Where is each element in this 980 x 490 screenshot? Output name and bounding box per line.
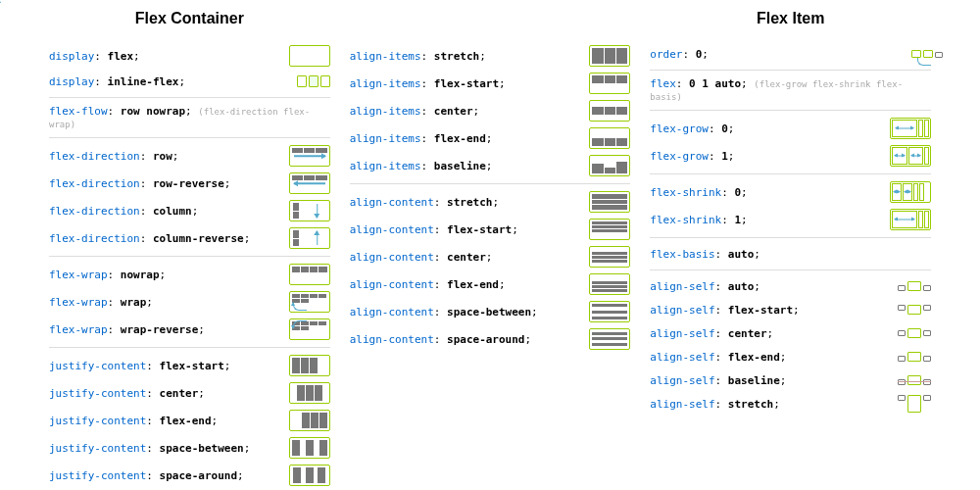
property-row: align-content: space-around; [350,325,631,353]
property-value: baseline [434,160,486,172]
property-name: flex [650,77,676,90]
property-row: justify-content: flex-end; [49,407,330,434]
property-row: flex-direction: row; [49,142,330,170]
grow0-icon [890,118,931,139]
property-value: 0 1 auto [689,77,741,90]
property-value: row [153,150,172,163]
property-value: space-around [160,469,237,482]
jaround-icon [289,465,330,486]
aiend-icon [589,127,630,149]
property-row: flex-direction: column-reverse; [49,224,330,252]
jbetween-icon [289,437,330,459]
acaro-icon [589,328,630,350]
property-name: align-content [350,278,434,291]
property-value: flex [108,50,134,63]
property-name: order [650,48,682,61]
heading-item: Flex Item [650,10,931,27]
property-row: display: flex; [49,42,330,70]
property-name: flex-wrap [49,296,108,309]
order-icon [911,50,931,58]
heading-container: Flex Container [49,10,330,27]
property-value: auto [728,280,755,293]
property-value: 0 [734,186,741,199]
property-value: center [728,327,767,340]
property-row: display: inline-flex; [49,70,330,93]
acend-icon [589,273,630,295]
property-row: flex-wrap: wrap; [49,288,330,316]
jend-icon [289,410,330,431]
column-item: Flex Item order: 0;flex: 0 1 auto; (flex… [640,10,941,480]
property-value: flex-end [160,415,212,427]
property-row: align-self: baseline; [650,368,931,392]
property-name: align-self [650,351,714,364]
acbet-icon [589,301,630,322]
property-name: align-content [350,196,434,209]
property-row: flex-wrap: wrap-reverse; [49,316,330,343]
property-row: flex-direction: row-reverse; [49,170,330,197]
property-name: align-items [350,160,421,172]
property-name: align-content [350,306,434,318]
as-icon [898,328,931,338]
property-row: flex-shrink: 0; [650,178,931,206]
property-value: nowrap [121,269,160,281]
arr-d-icon [289,200,330,221]
property-row: justify-content: space-between; [49,434,330,462]
wrap-icon [289,291,330,313]
property-value: wrap-reverse [121,323,198,336]
property-value: column-reverse [153,232,244,245]
as-icon [898,352,931,362]
property-name: display [49,50,94,63]
jcenter-icon [289,382,330,404]
acstr-icon [589,191,630,213]
property-name: flex-direction [49,150,140,163]
property-row: flex: 0 1 auto; (flex-grow flex-shrink f… [650,74,931,106]
property-name: display [49,75,94,88]
property-row: align-content: center; [350,243,631,270]
property-name: flex-direction [49,177,140,190]
property-value: flex-end [434,132,486,145]
shrink1-icon [890,209,931,230]
property-value: flex-start [434,77,499,90]
property-row: align-content: flex-end; [350,270,631,298]
property-name: align-self [650,398,714,411]
property-row: flex-flow: row nowrap; (flex-direction f… [49,102,330,133]
acstart-icon [589,219,630,240]
property-row: align-content: space-between; [350,298,631,325]
jstart-icon [289,355,330,376]
property-row: align-self: flex-end; [650,345,931,368]
property-row: align-items: flex-end; [350,124,631,152]
property-row: align-self: stretch; [650,392,931,416]
property-name: flex-flow [49,105,108,118]
property-name: align-content [350,333,434,346]
property-name: align-items [350,77,421,90]
property-name: flex-grow [650,150,709,163]
property-name: flex-wrap [49,269,108,281]
property-value: space-between [160,442,244,455]
shrink0-icon [890,181,931,203]
property-name: flex-direction [49,205,140,218]
property-value: space-between [447,306,531,318]
property-value: wrap [121,296,147,309]
property-value: flex-start [160,360,224,372]
aistart-icon [589,73,630,94]
property-name: align-self [650,304,714,317]
property-value: flex-start [447,223,512,236]
property-value: 0 [696,48,703,61]
property-name: align-content [350,251,434,264]
property-value: stretch [447,196,492,209]
property-value: center [434,105,473,118]
property-row: justify-content: center; [49,379,330,407]
arr-r-icon [289,145,330,167]
property-row: flex-direction: column; [49,197,330,224]
property-value: row-reverse [153,177,224,190]
property-value: baseline [728,374,780,387]
column-container-1: Flex Container display: flex;display: in… [39,10,340,480]
nowrap-icon [289,264,330,285]
property-value: column [153,205,192,218]
property-name: align-self [650,327,714,340]
aibase-icon [589,155,630,176]
column-container-2: align-items: stretch;align-items: flex-s… [340,10,641,480]
property-value: flex-end [728,351,780,364]
property-value: inline-flex [108,75,179,88]
property-name: align-items [350,105,421,118]
